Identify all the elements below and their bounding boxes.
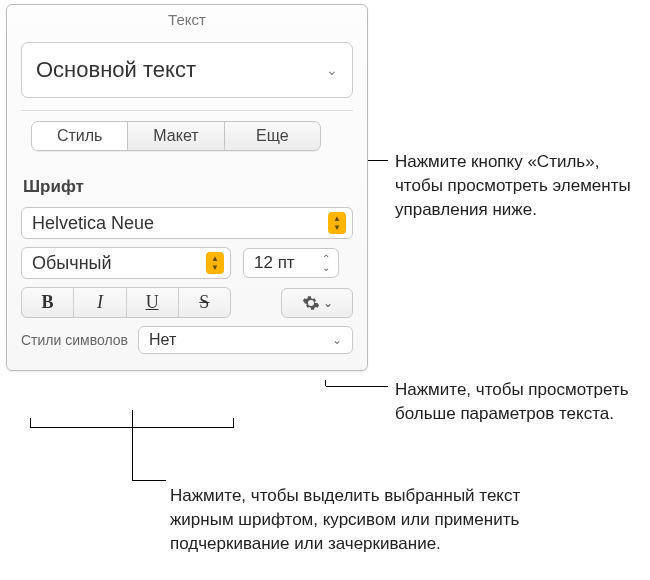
character-styles-value: Нет [149,331,176,349]
paragraph-style-value: Основной текст [36,57,196,83]
text-style-group: B I U S [21,287,231,318]
tab-layout[interactable]: Макет [128,122,224,150]
stepper-icon: ▲▼ [206,252,224,274]
chevron-down-icon: ⌄ [323,296,333,310]
underline-button[interactable]: U [127,288,179,317]
character-styles-label: Стили символов [21,332,128,348]
tab-segmented-control: Стиль Макет Еще [31,121,321,151]
separator [21,110,353,111]
bold-button[interactable]: B [22,288,74,317]
chevron-down-icon: ⌄ [326,62,338,78]
font-family-dropdown[interactable]: Helvetica Neue ▲▼ [21,207,353,239]
font-family-value: Helvetica Neue [32,213,154,234]
text-options-gear-button[interactable]: ⌄ [281,288,353,318]
size-stepper-icon[interactable]: ⌃⌄ [318,254,334,272]
chevron-down-icon: ⌄ [332,333,342,347]
font-weight-dropdown[interactable]: Обычный ▲▼ [21,247,231,279]
text-inspector-panel: Текст Основной текст ⌄ Стиль Макет Еще Ш… [6,4,368,371]
tab-style[interactable]: Стиль [32,122,128,150]
callout-style-tab: Нажмите кнопку «Стиль», чтобы просмотрет… [395,150,641,221]
font-weight-value: Обычный [32,253,112,274]
stepper-icon: ▲▼ [328,212,346,234]
gear-icon [302,294,320,312]
callout-gear: Нажмите, чтобы просмотреть больше параме… [395,378,635,426]
paragraph-style-dropdown[interactable]: Основной текст ⌄ [21,42,353,98]
tab-more[interactable]: Еще [225,122,320,150]
italic-button[interactable]: I [74,288,126,317]
strikethrough-button[interactable]: S [179,288,230,317]
character-styles-dropdown[interactable]: Нет ⌄ [138,326,353,354]
font-size-field[interactable]: 12 пт ⌃⌄ [243,248,339,278]
font-size-value: 12 пт [254,253,295,273]
callout-bius: Нажмите, чтобы выделить выбранный текст … [170,484,530,555]
font-section-label: Шрифт [23,177,353,197]
panel-title: Текст [7,5,367,32]
